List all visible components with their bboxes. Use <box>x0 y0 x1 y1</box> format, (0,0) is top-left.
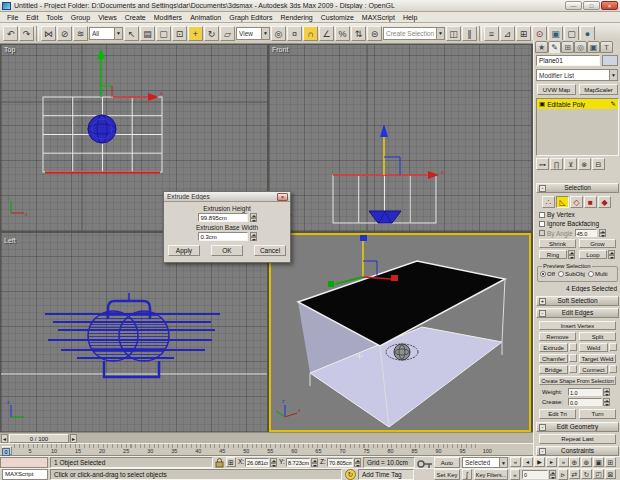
prev-frame-button[interactable]: ◂ <box>522 457 533 467</box>
bridge-button[interactable]: Bridge <box>539 365 568 374</box>
selection-rollout-header[interactable]: - Selection <box>536 183 619 193</box>
chevron-down-icon[interactable]: ▼ <box>261 28 269 39</box>
zoom-extents-icon[interactable]: ▣ <box>593 457 604 467</box>
set-key-button[interactable]: Set Key <box>434 469 460 480</box>
remove-modifier-icon[interactable]: ⊗ <box>578 158 591 170</box>
menu-customize[interactable]: Customize <box>317 14 358 21</box>
weld-settings-icon[interactable] <box>609 343 617 351</box>
shrink-button[interactable]: Shrink <box>539 239 576 248</box>
ignore-backfacing-checkbox[interactable]: Ignore Backfacing <box>539 220 599 227</box>
tab-modify[interactable]: ✎ <box>548 41 561 53</box>
chevron-down-icon[interactable]: ▼ <box>114 28 122 39</box>
arc-rotate-icon[interactable]: ↻ <box>581 469 592 479</box>
viewport-top-label[interactable]: Top <box>4 46 15 53</box>
chamfer-settings-icon[interactable] <box>569 354 577 362</box>
edit-geometry-rollout-header[interactable]: - Edit Geometry <box>536 422 619 432</box>
go-end-button[interactable]: » <box>558 457 569 467</box>
slider-right-arrow[interactable]: ► <box>70 434 77 443</box>
snap-3d-icon[interactable]: ∩ <box>303 26 318 41</box>
undo-icon[interactable]: ↶ <box>3 26 18 41</box>
bridge-settings-icon[interactable] <box>569 365 577 373</box>
named-selection-set-dropdown[interactable]: Create Selection Set ▼ <box>383 27 445 40</box>
spinner-snap-icon[interactable]: ⇅ <box>351 26 366 41</box>
menu-file[interactable]: File <box>3 14 22 21</box>
edit-tri-button[interactable]: Edit Tri <box>539 409 576 419</box>
base-width-spinner[interactable] <box>250 232 257 241</box>
viewport-perspective[interactable]: x z <box>269 233 531 432</box>
loop-button[interactable]: Loop <box>579 250 607 259</box>
prev-key-icon[interactable]: « <box>510 469 520 480</box>
ring-button[interactable]: Ring <box>539 250 567 259</box>
window-crossing-icon[interactable]: ⊡ <box>172 26 187 41</box>
ok-button[interactable]: OK <box>211 245 243 256</box>
base-width-field[interactable]: 0.3cm <box>198 232 248 241</box>
tab-hierarchy[interactable]: ⊞ <box>561 41 574 53</box>
adaptive-degradation-icon[interactable]: ↻ <box>345 469 356 480</box>
menu-create[interactable]: Create <box>121 14 150 21</box>
tab-utilities[interactable]: T <box>600 41 613 53</box>
y-coordinate-field[interactable]: 8.723cm <box>286 458 310 467</box>
preview-multi-radio[interactable]: Multi <box>588 271 608 277</box>
show-end-result-icon[interactable]: ∏ <box>550 158 563 170</box>
connect-button[interactable]: Connect <box>579 365 608 374</box>
track-bar[interactable]: ≈ 05101520253035404550556065707580859095… <box>0 443 533 456</box>
configure-modifier-sets-icon[interactable]: ⊟ <box>592 158 605 170</box>
viewport-front-label[interactable]: Front <box>272 46 288 53</box>
preview-off-radio[interactable]: Off <box>540 271 555 277</box>
show-in-viewport-icon[interactable]: ✎ <box>611 100 616 108</box>
material-editor-icon[interactable]: ⊙ <box>532 26 547 41</box>
tab-motion[interactable]: ◎ <box>574 41 587 53</box>
menu-maxscript[interactable]: MAXScript <box>358 14 399 21</box>
maxscript-listener-output[interactable] <box>0 457 48 468</box>
y-spinner[interactable] <box>311 458 318 467</box>
target-weld-button[interactable]: Target Weld <box>579 354 616 363</box>
key-mode-toggle-icon[interactable]: ⊳ <box>558 469 568 480</box>
select-object-icon[interactable]: ↖ <box>124 26 139 41</box>
named-selection-sets-icon[interactable]: ⊜ <box>367 26 382 41</box>
insert-vertex-button[interactable]: Insert Vertex <box>539 321 616 330</box>
tab-display[interactable]: ▣ <box>587 41 600 53</box>
menu-modifiers[interactable]: Modifiers <box>150 14 186 21</box>
select-manipulate-icon[interactable]: ¤ <box>287 26 302 41</box>
ref-coord-dropdown[interactable]: View ▼ <box>236 27 270 40</box>
constraints-rollout-header[interactable]: - Constraints <box>536 446 619 456</box>
menu-help[interactable]: Help <box>399 14 421 21</box>
rect-region-icon[interactable]: ▢ <box>156 26 171 41</box>
selection-filter-dropdown[interactable]: All ▼ <box>89 27 123 40</box>
absolute-mode-icon[interactable]: ⊞ <box>226 457 236 467</box>
menu-graph-editors[interactable]: Graph Editors <box>225 14 276 21</box>
object-name-field[interactable]: Plane01 <box>536 55 600 66</box>
weld-button[interactable]: Weld <box>579 343 608 352</box>
x-spinner[interactable] <box>270 458 277 467</box>
x-coordinate-field[interactable]: 26.081cm <box>245 458 269 467</box>
edit-edges-rollout-header[interactable]: - Edit Edges <box>536 308 619 318</box>
by-vertex-checkbox[interactable]: By Vertex <box>539 211 575 218</box>
auto-key-button[interactable]: Auto Key <box>434 457 460 468</box>
stack-item-editable-poly[interactable]: ▣ Editable Poly ✎ <box>537 99 618 109</box>
grow-button[interactable]: Grow <box>579 239 616 248</box>
viewport-front[interactable]: Front x <box>269 45 531 231</box>
tab-create[interactable]: ★ <box>535 41 548 53</box>
edge-mode-icon[interactable]: ◺ <box>556 196 569 208</box>
soft-selection-rollout-header[interactable]: + Soft Selection <box>536 296 619 306</box>
make-unique-icon[interactable]: ⊻ <box>564 158 577 170</box>
cancel-button[interactable]: Cancel <box>254 245 286 256</box>
repeat-last-button[interactable]: Repeat Last <box>539 434 616 444</box>
object-color-swatch[interactable] <box>602 55 618 66</box>
bind-spacewarp-icon[interactable]: ≋ <box>73 26 88 41</box>
pin-stack-icon[interactable]: ⊶ <box>536 158 549 170</box>
dialog-title-bar[interactable]: Extrude Edges × <box>164 192 290 202</box>
zoom-icon[interactable]: ⊕ <box>569 457 580 467</box>
uvw-map-button[interactable]: UVW Map <box>537 84 576 95</box>
mirror-icon[interactable]: ◫ <box>446 26 461 41</box>
menu-views[interactable]: Views <box>94 14 121 21</box>
quick-render-icon[interactable]: ● <box>580 26 595 41</box>
preview-subobj-radio[interactable]: SubObj <box>558 271 585 277</box>
remove-button[interactable]: Remove <box>539 332 576 341</box>
by-angle-spinner[interactable] <box>599 229 606 237</box>
by-angle-field[interactable]: 45.0 <box>575 229 597 237</box>
menu-edit[interactable]: Edit <box>22 14 42 21</box>
menu-rendering[interactable]: Rendering <box>276 14 316 21</box>
restore-button[interactable]: □ <box>583 1 600 10</box>
vertex-mode-icon[interactable]: ∴ <box>542 196 555 208</box>
